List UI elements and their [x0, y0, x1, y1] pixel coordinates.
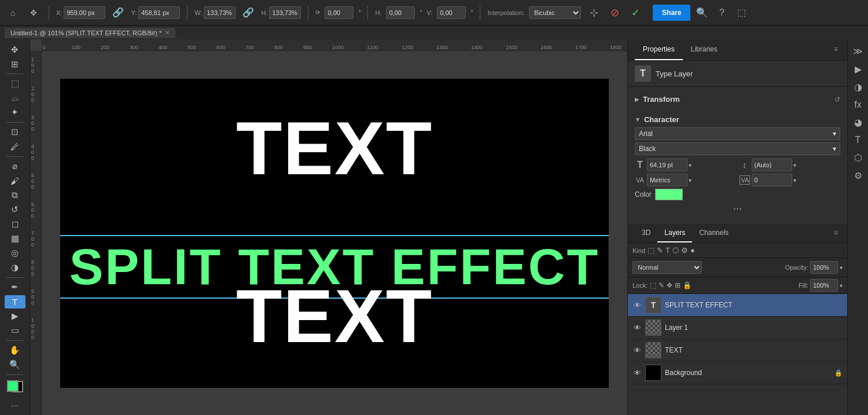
tab-3d[interactable]: 3D [635, 224, 657, 243]
filter-pixel-icon[interactable]: ⬚ [648, 246, 654, 255]
filter-shape-icon[interactable]: ⬡ [672, 246, 679, 255]
home-icon[interactable]: ⌂ [5, 5, 21, 21]
layer-eye-text[interactable]: 👁 [632, 346, 642, 355]
dodge-tool[interactable]: ◑ [5, 261, 25, 274]
edge-adjustments-icon[interactable]: ◕ [852, 115, 864, 130]
transform-header[interactable]: ▶ Transform ↺ [635, 91, 840, 107]
leading-chevron[interactable]: ▾ [793, 162, 796, 168]
filter-brush-icon[interactable]: ✎ [657, 246, 663, 255]
hand-tool[interactable]: ✋ [5, 344, 25, 357]
foreground-color-swatch[interactable] [7, 380, 19, 392]
edge-select-icon[interactable]: ⬡ [852, 150, 864, 165]
angle-input[interactable] [325, 6, 354, 19]
pen-tool[interactable]: ✒ [5, 281, 25, 294]
font-family-select[interactable]: Arial ▾ [635, 127, 840, 140]
lock-artboard-icon[interactable]: ⊞ [675, 281, 681, 289]
h-input[interactable] [269, 6, 301, 19]
history-brush-tool[interactable]: ↺ [5, 203, 25, 216]
cancel-transform-icon[interactable]: ⊘ [606, 5, 623, 21]
blur-tool[interactable]: ◎ [5, 247, 25, 260]
tracking-input[interactable] [752, 174, 792, 186]
search-icon[interactable]: 🔍 [694, 5, 710, 21]
tracking-chevron[interactable]: ▾ [793, 177, 796, 183]
lock-all-icon[interactable]: 🔒 [683, 281, 692, 289]
clone-tool[interactable]: ⧉ [5, 189, 25, 202]
font-size-chevron[interactable]: ▾ [689, 162, 692, 168]
more-options[interactable]: ··· [635, 203, 840, 215]
edge-tools-icon[interactable]: ⚙ [852, 168, 864, 183]
layers-panel-options[interactable]: ≡ [832, 224, 840, 243]
gradient-tool[interactable]: ▦ [5, 232, 25, 245]
edge-fx-icon[interactable]: fx [852, 98, 863, 112]
character-header[interactable]: ▼ Character [635, 112, 840, 127]
tab-libraries[interactable]: Libraries [683, 39, 726, 60]
y-input[interactable] [138, 6, 180, 19]
brush-tool[interactable]: 🖌 [5, 174, 25, 188]
v-skew-input[interactable] [437, 6, 466, 19]
link-proportions-icon[interactable]: 🔗 [110, 5, 126, 21]
font-size-input[interactable] [647, 159, 687, 171]
filter-smart-icon[interactable]: ⚙ [681, 246, 688, 255]
move-tool-icon[interactable]: ✥ [25, 5, 42, 21]
warp-icon[interactable]: ⊹ [586, 5, 602, 21]
fill-chevron[interactable]: ▾ [840, 282, 843, 289]
opacity-chevron[interactable]: ▾ [840, 265, 843, 271]
kerning-input[interactable] [647, 174, 687, 186]
x-input[interactable] [64, 6, 105, 19]
path-selection-tool[interactable]: ▶ [5, 310, 25, 323]
opacity-input[interactable] [810, 261, 838, 274]
layer-eye-layer1[interactable]: 👁 [632, 324, 642, 332]
quick-select-tool[interactable]: ✦ [5, 106, 25, 119]
document-tab[interactable]: Untitled-1 @ 101% (SPLIT TEXT EFFECT, RG… [5, 28, 175, 38]
eyedropper-tool[interactable]: 🖉 [5, 140, 25, 153]
filter-circle-icon[interactable]: ● [690, 246, 695, 255]
lasso-tool[interactable]: ⌓ [5, 91, 25, 105]
layer-item-layer1[interactable]: 👁 Layer 1 [628, 317, 847, 339]
lock-aspect-icon[interactable]: 🔗 [240, 5, 256, 21]
fill-input[interactable] [810, 279, 838, 292]
move-tool[interactable]: ✥ [5, 43, 25, 56]
tab-properties[interactable]: Properties [635, 39, 683, 60]
marquee-tool[interactable]: ⬚ [5, 77, 25, 90]
photoshop-canvas[interactable]: TEXT SPLIT TEXT EFFECT TEXT [60, 79, 609, 388]
close-tab-icon[interactable]: ✕ [165, 30, 170, 36]
lock-transparent-icon[interactable]: ⬚ [650, 281, 656, 289]
layer-eye-background[interactable]: 👁 [632, 369, 642, 377]
font-style-select[interactable]: Black ▾ [635, 142, 840, 155]
blend-mode-select[interactable]: Normal Dissolve Multiply Screen [632, 261, 702, 274]
interpolation-select[interactable]: Bicubic Bilinear Nearest [529, 6, 581, 19]
lock-position-icon[interactable]: ✥ [667, 281, 672, 289]
edge-gradient-map-icon[interactable]: ◑ [852, 80, 864, 94]
layer-eye-split-text[interactable]: 👁 [632, 301, 642, 310]
h-skew-input[interactable] [386, 6, 415, 19]
zoom-tool[interactable]: 🔍 [5, 358, 25, 372]
arrange-windows-icon[interactable]: ⬚ [733, 5, 749, 21]
healing-tool[interactable]: ⌀ [5, 160, 25, 173]
eraser-tool[interactable]: ◻ [5, 218, 25, 231]
artboard-tool[interactable]: ⊞ [5, 57, 25, 71]
ruler-mark-1800: 1800 [610, 45, 621, 50]
tab-layers[interactable]: Layers [657, 224, 692, 243]
edge-play-icon[interactable]: ▶ [853, 62, 863, 76]
panel-options-icon[interactable]: ≡ [832, 39, 840, 60]
layer-item-text[interactable]: 👁 TEXT [628, 339, 847, 362]
color-swatch[interactable] [655, 189, 683, 200]
crop-tool[interactable]: ⊡ [5, 126, 25, 139]
layer-item-split-text[interactable]: 👁 T SPLIT TEXT EFFECT [628, 294, 847, 317]
tab-channels[interactable]: Channels [692, 224, 735, 243]
kerning-chevron[interactable]: ▾ [689, 177, 692, 183]
w-input[interactable] [204, 6, 236, 19]
edge-type-icon[interactable]: T [854, 133, 863, 147]
shape-tool[interactable]: ▭ [5, 324, 25, 337]
layer-item-background[interactable]: 👁 Background 🔒 [628, 362, 847, 384]
more-tools[interactable]: ··· [5, 398, 25, 412]
transform-refresh-icon[interactable]: ↺ [834, 96, 840, 104]
leading-input[interactable] [752, 159, 792, 171]
share-button[interactable]: Share [653, 5, 690, 21]
help-icon[interactable]: ? [713, 5, 730, 21]
lock-pixels-icon[interactable]: ✎ [659, 281, 664, 289]
filter-type-icon[interactable]: T [665, 246, 670, 255]
confirm-transform-icon[interactable]: ✓ [627, 5, 643, 21]
type-tool[interactable]: T [5, 295, 25, 309]
edge-expand-icon[interactable]: ≫ [851, 44, 865, 58]
